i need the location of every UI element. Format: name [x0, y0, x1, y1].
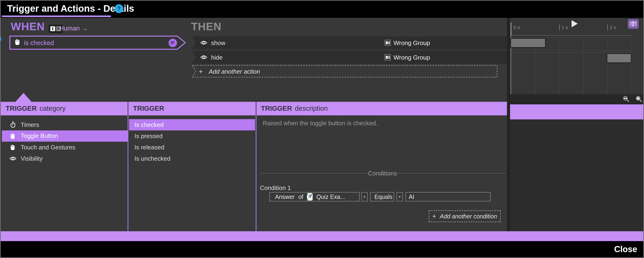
add-another-condition-button[interactable]: + Add another condition: [429, 210, 501, 222]
zoom-out-button[interactable]: [622, 96, 630, 104]
grid-line: [583, 35, 584, 94]
timeline-view-button[interactable]: [628, 19, 638, 29]
chevron-down-icon: ▼: [398, 195, 401, 199]
trigger-item-is-pressed[interactable]: Is pressed: [129, 130, 255, 142]
action-verb: show: [211, 39, 226, 47]
condition-1-label: Condition 1: [260, 184, 291, 192]
action-target: Wrong Group: [394, 39, 430, 47]
trigger-label: Is pressed: [134, 132, 163, 140]
timeline-panel: 0 s1 s2 s: [510, 18, 643, 231]
category-pointer-triangle: [16, 93, 32, 102]
toggle-on-glyph: [50, 26, 55, 31]
help-button[interactable]: ?: [114, 4, 124, 13]
close-button[interactable]: Close: [614, 244, 637, 254]
header-strong: TRIGGER: [133, 105, 164, 112]
conditions-divider-right: [397, 173, 506, 174]
track-separator: [510, 53, 632, 53]
play-button[interactable]: [572, 20, 578, 27]
grid-line: [607, 35, 608, 94]
operand-prefix: Answer: [275, 194, 294, 200]
stopwatch-icon: [9, 121, 17, 128]
condition-value-input[interactable]: [406, 192, 490, 201]
add-condition-label: Add another condition: [440, 213, 497, 220]
operand-of: of: [298, 194, 303, 200]
timeline-toolbar: [510, 94, 643, 104]
ruler-tick-label: 0 s: [511, 24, 520, 30]
category-label: Visibility: [21, 155, 42, 162]
category-label: Touch and Gestures: [21, 144, 76, 151]
category-label: Timers: [21, 121, 39, 129]
ruler-line: [510, 35, 632, 35]
condition-operator-combo[interactable]: Equals: [370, 192, 394, 201]
timeline-lower-area: [510, 119, 643, 231]
eye-icon: [200, 55, 207, 61]
add-another-action-button[interactable]: + Add another action: [192, 65, 498, 78]
timeline-accent-band: [510, 104, 643, 119]
operand-asset-name: Quiz Exa...: [316, 194, 345, 200]
category-item-timers[interactable]: Timers: [2, 119, 128, 130]
category-item-visibility[interactable]: Visibility: [2, 153, 128, 164]
trigger-item-is-unchecked[interactable]: Is unchecked: [129, 153, 255, 164]
hand-icon: [14, 38, 21, 46]
action-row-show[interactable]: show Wrong Group: [192, 36, 508, 49]
trigger-actions-dialog: Trigger and Actions - Details ? WHEN Hum…: [0, 0, 644, 258]
conditions-title: Conditions: [368, 170, 397, 177]
operand-dropdown-button[interactable]: ▼: [361, 192, 368, 201]
question-mark-icon: ?: [117, 5, 121, 12]
trigger-source-breadcrumb[interactable]: Human →: [59, 25, 88, 32]
grid-line: [559, 35, 560, 94]
action-target: Wrong Group: [394, 54, 430, 61]
action-verb: hide: [211, 54, 222, 61]
timeline-grid: 0 s1 s2 s: [510, 18, 643, 94]
ruler-tick-label: 1 s: [559, 24, 568, 30]
category-label: Toggle Button: [21, 132, 58, 140]
trigger-description-text: Raised when the toggle button is checked…: [263, 120, 378, 127]
conditions-divider-left: [261, 173, 368, 174]
ruler-line-secondary: [510, 37, 632, 38]
header-strong: TRIGGER: [261, 105, 292, 112]
trigger-header: TRIGGER: [133, 105, 167, 112]
then-heading: THEN: [191, 20, 222, 33]
trigger-label: Is checked: [134, 121, 164, 129]
panel-divider: [507, 18, 510, 231]
interface-asset-icon: if: [307, 193, 312, 201]
panel-header-band: [1, 102, 507, 115]
dialog-title-bar: Trigger and Actions - Details ?: [0, 0, 644, 18]
timeline-action-bar[interactable]: [607, 53, 632, 63]
trigger-item-is-checked[interactable]: Is checked: [129, 119, 255, 130]
trigger-label: Is released: [134, 144, 164, 151]
trigger-category-header: TRIGGERcategory: [6, 105, 66, 112]
when-trigger-label: is checked: [24, 39, 54, 47]
add-action-label: Add another action: [209, 68, 260, 75]
condition-operand-combo[interactable]: Answer of if Quiz Exa...: [269, 192, 360, 201]
header-rest: description: [295, 105, 328, 112]
header-strong: TRIGGER: [6, 105, 37, 112]
hand-icon: [9, 133, 17, 139]
bottom-bar: Close: [1, 241, 643, 257]
operator-label: Equals: [374, 194, 392, 200]
operator-dropdown-button[interactable]: ▼: [396, 192, 403, 201]
trigger-item-is-released[interactable]: Is released: [129, 142, 255, 153]
category-item-toggle-button[interactable]: Toggle Button: [2, 130, 128, 142]
if-condition-badge[interactable]: IF: [168, 39, 177, 47]
track-separator: [510, 50, 632, 50]
title-underline: [2, 15, 111, 17]
plus-icon: +: [199, 68, 202, 75]
action-row-hide[interactable]: hide Wrong Group: [192, 51, 508, 64]
chevron-down-icon: ▼: [363, 195, 366, 199]
header-rest: category: [40, 105, 66, 112]
edge-accent-mark: [0, 37, 1, 41]
when-heading: WHEN: [11, 20, 45, 33]
plus-icon: +: [432, 213, 436, 220]
if-glyph: if: [308, 194, 312, 199]
group-icon: [384, 54, 391, 61]
zoom-in-button[interactable]: [635, 96, 643, 104]
trigger-label: Is unchecked: [134, 155, 170, 162]
category-item-touch-gestures[interactable]: Touch and Gestures: [2, 142, 128, 153]
timeline-icon: [630, 21, 637, 27]
timeline-action-bar[interactable]: [510, 38, 546, 48]
grid-line: [632, 35, 632, 94]
group-icon: [384, 40, 391, 47]
eye-icon: [200, 40, 207, 46]
panel-separator: [128, 115, 128, 231]
